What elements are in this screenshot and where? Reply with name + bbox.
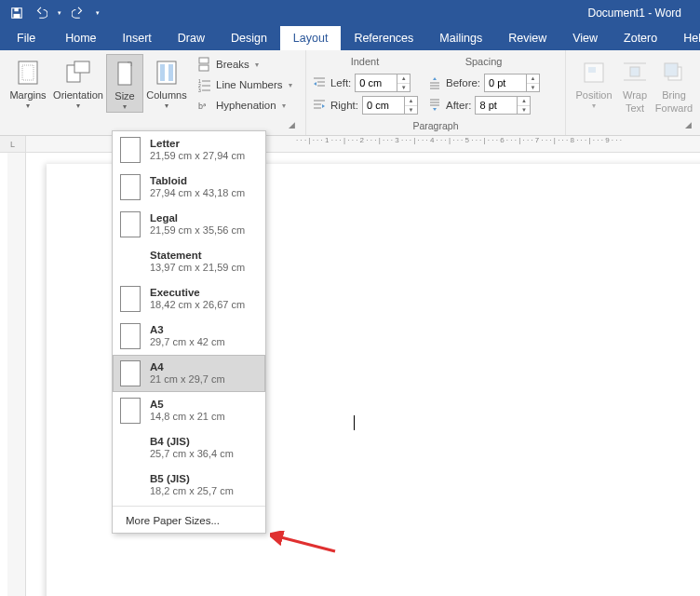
size-dimensions: 18,2 cm x 25,7 cm xyxy=(150,485,234,497)
breaks-icon xyxy=(197,57,212,72)
size-name: Legal xyxy=(150,212,245,225)
tab-view[interactable]: View xyxy=(559,26,611,50)
size-dimensions: 21,59 cm x 35,56 cm xyxy=(150,224,245,237)
breaks-button[interactable]: Breaks ▾ xyxy=(194,54,296,74)
quick-access-toolbar: ▾ ▾ xyxy=(0,3,104,23)
size-dimensions: 29,7 cm x 42 cm xyxy=(150,336,225,348)
margins-icon xyxy=(13,58,43,88)
spacing-before-value[interactable] xyxy=(485,74,526,91)
undo-dropdown-icon[interactable]: ▾ xyxy=(54,3,65,23)
size-option-b5-jis-[interactable]: B5 (JIS)18,2 cm x 25,7 cm xyxy=(113,467,265,504)
margins-button[interactable]: Margins ▾ xyxy=(6,54,50,111)
chevron-down-icon: ▾ xyxy=(165,102,168,111)
size-icon xyxy=(110,59,140,88)
hyphenation-button[interactable]: bᵃ Hyphenation ▾ xyxy=(194,95,296,115)
bring-forward-label: Bring xyxy=(662,89,686,101)
tab-mailings[interactable]: Mailings xyxy=(426,26,495,50)
tab-zotero[interactable]: Zotero xyxy=(611,26,670,50)
document-title: Document1 - Word xyxy=(588,7,681,20)
tab-home[interactable]: Home xyxy=(52,26,109,50)
page-icon xyxy=(120,174,141,200)
size-name: Executive xyxy=(150,287,245,300)
orientation-label: Orientation xyxy=(53,89,103,101)
orientation-button[interactable]: Orientation ▾ xyxy=(50,54,106,111)
wrap-text-icon xyxy=(620,58,650,88)
spin-up-icon[interactable]: ▲ xyxy=(405,97,417,106)
indent-left-input[interactable]: ▲▼ xyxy=(355,74,411,92)
spin-down-icon[interactable]: ▼ xyxy=(397,84,410,92)
size-option-statement[interactable]: Statement13,97 cm x 21,59 cm xyxy=(113,243,265,280)
spacing-after-input[interactable]: ▲▼ xyxy=(475,96,531,115)
size-name: B5 (JIS) xyxy=(150,473,234,486)
vertical-ruler[interactable] xyxy=(7,153,26,596)
qat-customize-icon[interactable]: ▾ xyxy=(91,3,104,23)
size-name: Letter xyxy=(150,138,245,151)
tab-help[interactable]: Help xyxy=(670,26,700,50)
size-option-legal[interactable]: Legal21,59 cm x 35,56 cm xyxy=(113,206,265,243)
tab-design[interactable]: Design xyxy=(218,26,280,50)
save-icon[interactable] xyxy=(6,3,28,23)
tab-insert[interactable]: Insert xyxy=(110,26,165,50)
undo-icon[interactable] xyxy=(30,3,52,23)
spacing-before-input[interactable]: ▲▼ xyxy=(484,74,540,92)
menu-separator xyxy=(113,506,265,507)
spin-down-icon[interactable]: ▼ xyxy=(518,106,530,115)
spacing-before-icon xyxy=(427,75,442,90)
tab-review[interactable]: Review xyxy=(495,26,559,50)
indent-left-label: Left: xyxy=(330,77,351,88)
tab-file[interactable]: File xyxy=(0,26,52,50)
more-paper-sizes[interactable]: More Paper Sizes... xyxy=(113,508,265,533)
page-icon xyxy=(120,137,141,163)
size-option-tabloid[interactable]: Tabloid27,94 cm x 43,18 cm xyxy=(113,169,265,206)
spin-up-icon[interactable]: ▲ xyxy=(397,74,410,84)
page-icon xyxy=(120,211,141,237)
text-cursor xyxy=(354,415,355,430)
ribbon-tabs: File Home Insert Draw Design Layout Refe… xyxy=(0,26,700,50)
size-option-a4[interactable]: A421 cm x 29,7 cm xyxy=(113,355,265,392)
group-page-setup: Margins ▾ Orientation ▾ Size ▾ xyxy=(0,50,306,135)
chevron-down-icon: ▾ xyxy=(26,102,30,111)
size-option-a3[interactable]: A329,7 cm x 42 cm xyxy=(113,318,265,355)
tab-draw[interactable]: Draw xyxy=(165,26,218,50)
indent-left-value[interactable] xyxy=(356,74,397,91)
chevron-down-icon: ▾ xyxy=(76,102,80,111)
size-dimensions: 27,94 cm x 43,18 cm xyxy=(150,187,245,199)
line-numbers-icon: 123 xyxy=(197,77,212,92)
spin-down-icon[interactable]: ▼ xyxy=(527,84,539,92)
tab-layout[interactable]: Layout xyxy=(280,26,342,50)
indent-header: Indent xyxy=(312,56,418,71)
spin-up-icon[interactable]: ▲ xyxy=(518,97,530,106)
dialog-launcher-icon[interactable]: ◢ xyxy=(287,120,298,131)
svg-rect-33 xyxy=(588,67,596,73)
bring-forward-button: Bring Forward xyxy=(653,54,694,114)
ruler-corner[interactable]: L xyxy=(0,136,26,153)
line-numbers-button[interactable]: 123 Line Numbers ▾ xyxy=(194,74,296,95)
svg-rect-6 xyxy=(74,61,89,73)
size-option-letter[interactable]: Letter21,59 cm x 27,94 cm xyxy=(113,131,265,169)
columns-button[interactable]: Columns ▾ xyxy=(143,54,190,111)
bring-forward-icon xyxy=(659,58,689,88)
indent-left-icon xyxy=(312,75,327,90)
svg-rect-34 xyxy=(630,67,639,76)
position-icon xyxy=(579,58,609,88)
tab-references[interactable]: References xyxy=(341,26,426,50)
spacing-after-value[interactable] xyxy=(476,97,517,114)
spacing-after-label: After: xyxy=(446,100,471,111)
size-option-executive[interactable]: Executive18,42 cm x 26,67 cm xyxy=(113,280,265,318)
size-button[interactable]: Size ▾ xyxy=(106,54,143,113)
svg-rect-1 xyxy=(14,8,18,12)
chevron-down-icon: ▾ xyxy=(592,102,596,111)
wrap-text-label2: Text xyxy=(626,102,644,114)
size-name: A4 xyxy=(150,361,225,374)
size-option-a5[interactable]: A514,8 cm x 21 cm xyxy=(113,392,265,429)
spin-up-icon[interactable]: ▲ xyxy=(527,74,539,84)
spin-down-icon[interactable]: ▼ xyxy=(405,106,417,115)
size-dimensions: 14,8 cm x 21 cm xyxy=(150,411,225,423)
size-name: Tabloid xyxy=(150,175,245,188)
position-button: Position ▾ xyxy=(572,54,616,111)
indent-right-value[interactable] xyxy=(363,97,404,114)
size-option-b4-jis-[interactable]: B4 (JIS)25,7 cm x 36,4 cm xyxy=(113,429,265,467)
bring-forward-label2: Forward xyxy=(655,102,693,114)
redo-icon[interactable] xyxy=(67,3,89,23)
indent-right-input[interactable]: ▲▼ xyxy=(362,96,418,115)
